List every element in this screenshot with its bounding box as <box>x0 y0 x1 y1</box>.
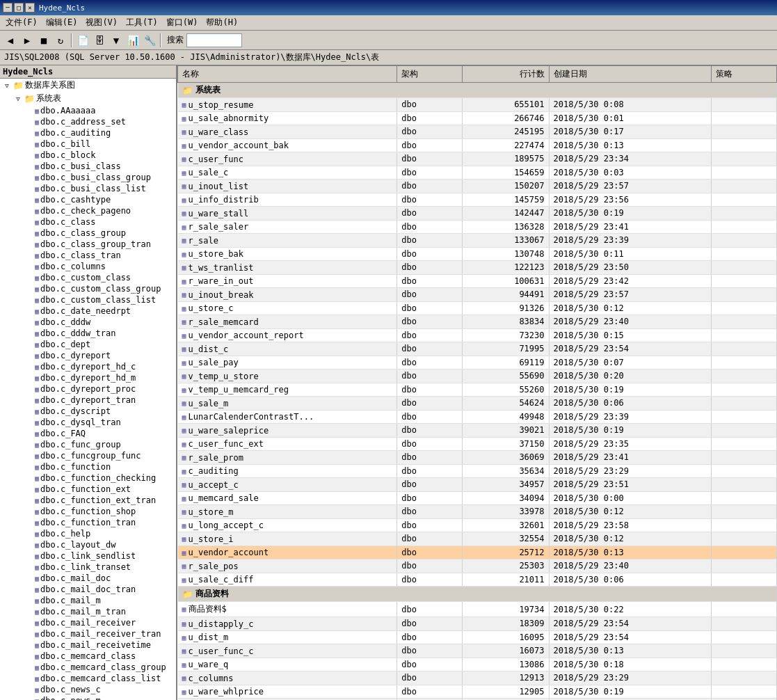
table-row[interactable]: ▦u_ware_qdbo130862018/5/30 0:18 <box>178 658 777 671</box>
table-row[interactable]: ▦c_user_func_cdbo160732018/5/30 0:13 <box>178 644 777 658</box>
col-header-name[interactable]: 名称 <box>178 66 397 83</box>
tree-item[interactable]: ▦dbo.c_funcgroup_func <box>0 450 176 461</box>
table-row[interactable]: ▦u_dist_mdbo160952018/5/29 23:54 <box>178 630 777 644</box>
tree-item[interactable]: ▦dbo.c_mail_doc <box>0 573 176 584</box>
system-folder-expand[interactable]: ▽ <box>13 93 24 104</box>
refresh-button[interactable]: ↻ <box>53 33 68 48</box>
menu-help[interactable]: 帮助(H) <box>202 15 242 30</box>
col-header-schema[interactable]: 架构 <box>397 66 463 83</box>
table-row[interactable]: ▦u_memcard_saledbo340942018/5/30 0:00 <box>178 491 777 505</box>
tree-root[interactable]: ▽ 📁 数据库关系图 <box>0 79 176 92</box>
tree-item[interactable]: ▦dbo.c_dyreport_hd_c <box>0 361 176 372</box>
tree-item[interactable]: ▦dbo.c_cashtype <box>0 194 176 205</box>
tree-system-folder[interactable]: ▽ 📁 系统表 <box>0 92 176 105</box>
table-row[interactable]: ▦u_distapply_cdbo183092018/5/29 23:54 <box>178 617 777 631</box>
tree-item[interactable]: ▦dbo.c_function_tran <box>0 517 176 528</box>
col-header-policy[interactable]: 策略 <box>712 66 777 83</box>
table-row[interactable]: ▦u_vendor_account_bakdbo2274742018/5/30 … <box>178 138 777 152</box>
tree-item[interactable]: ▦dbo.c_class_tran <box>0 250 176 261</box>
menu-file[interactable]: 文件(F) <box>1 15 42 30</box>
maximize-button[interactable]: □ <box>14 3 24 13</box>
tree-item[interactable]: ▦dbo.c_address_set <box>0 116 176 127</box>
table-row[interactable]: ▦r_ware_in_outdbo1006312018/5/29 23:42 <box>178 274 777 288</box>
tree-item[interactable]: ▦dbo.c_bill <box>0 138 176 150</box>
tree-item[interactable]: ▦dbo.c_class_group <box>0 228 176 239</box>
table-row[interactable]: ▦u_inout_listdbo1502072018/5/29 23:57 <box>178 180 777 193</box>
minimize-button[interactable]: ─ <box>3 3 13 13</box>
menu-tools[interactable]: 工具(T) <box>122 15 162 30</box>
table-row[interactable]: ▦LunarCalenderContrastT...dbo499482018/5… <box>178 410 777 424</box>
tree-item[interactable]: ▦dbo.c_news_c <box>0 684 176 695</box>
table-row[interactable]: ▦c_user_func_extdbo371502018/5/29 23:35 <box>178 437 777 451</box>
table-row[interactable]: ▦u_inout_breakdbo944912018/5/29 23:57 <box>178 288 777 302</box>
tree-item[interactable]: ▦dbo.c_busi_class_list <box>0 183 176 194</box>
table-row[interactable]: ▦r_sale_salerdbo1363282018/5/29 23:41 <box>178 220 777 234</box>
tree-item[interactable]: ▦dbo.c_dysql_tran <box>0 417 176 428</box>
table-row[interactable]: ▦u_store_idbo325542018/5/30 0:12 <box>178 532 777 546</box>
tree-item[interactable]: ▦dbo.c_columns <box>0 261 176 272</box>
tree-item[interactable]: ▦dbo.c_busi_class <box>0 161 176 172</box>
tree-item[interactable]: ▦dbo.c_mail_receiver <box>0 617 176 628</box>
tree-item[interactable]: ▦dbo.c_block <box>0 150 176 161</box>
tree-item[interactable]: ▦dbo.c_function_ext_tran <box>0 495 176 506</box>
stop-button[interactable]: ■ <box>36 33 51 48</box>
table-row[interactable]: ▦u_sale_paydbo691192018/5/30 0:07 <box>178 356 777 369</box>
menu-edit[interactable]: 编辑(E) <box>42 15 82 30</box>
tree-item[interactable]: ▦dbo.c_mail_receiver_tran <box>0 628 176 639</box>
tree-item[interactable]: ▦dbo.c_mail_m <box>0 595 176 606</box>
tree-item[interactable]: ▦dbo.c_function_shop <box>0 506 176 517</box>
table-row[interactable]: ▦c_user_funcdbo1895752018/5/29 23:34 <box>178 152 777 166</box>
table-row[interactable]: ▦u_ware_classdbo2451952018/5/30 0:17 <box>178 125 777 139</box>
tree-item[interactable]: ▦dbo.c_dddw <box>0 317 176 328</box>
table-row[interactable]: ▦u_dist_cdbo719952018/5/29 23:54 <box>178 342 777 356</box>
tree-item[interactable]: ▦dbo.c_mail_receivetime <box>0 639 176 651</box>
title-bar-buttons[interactable]: ─ □ ✕ <box>3 3 35 13</box>
tree-item[interactable]: ▦dbo.c_class <box>0 216 176 228</box>
menu-window[interactable]: 窗口(W) <box>162 15 202 30</box>
table-row[interactable]: ▦v_temp_u_storedbo556902018/5/30 0:20 <box>178 369 777 383</box>
tree-item[interactable]: ▦dbo.c_dyreport_tran <box>0 395 176 406</box>
table-row[interactable]: ▦u_store_bakdbo1307482018/5/30 0:11 <box>178 247 777 261</box>
toolbar-btn6[interactable]: 🔧 <box>142 33 157 48</box>
table-row[interactable]: ▦u_vendor_accountdbo257122018/5/30 0:13 <box>178 546 777 559</box>
tree-item[interactable]: ▦dbo.c_link_sendlist <box>0 550 176 562</box>
table-row[interactable]: ▦u_ware_salepricedbo390212018/5/30 0:19 <box>178 424 777 438</box>
table-row[interactable]: ▦r_sale_posdbo253032018/5/29 23:40 <box>178 559 777 573</box>
forward-button[interactable]: ▶ <box>19 33 35 48</box>
new-query-button[interactable]: 📄 <box>75 33 90 48</box>
table-row[interactable]: ▦u_ware_whlpricedbo129052018/5/30 0:19 <box>178 685 777 699</box>
table-row[interactable]: ▦商品资料$dbo197342018/5/30 0:22 <box>178 602 777 617</box>
tree-item[interactable]: ▦dbo.c_help <box>0 528 176 539</box>
tree-item[interactable]: ▦dbo.c_memcard_class <box>0 651 176 662</box>
tree-item[interactable]: ▦dbo.c_func_group <box>0 439 176 450</box>
tree-item[interactable]: ▦dbo.c_dyscript <box>0 406 176 417</box>
tree-item[interactable]: ▦dbo.c_dyreport_proc <box>0 383 176 395</box>
table-row[interactable]: ▦u_store_mdbo339782018/5/30 0:12 <box>178 505 777 519</box>
tree-item[interactable]: ▦dbo.c_check_pageno <box>0 205 176 216</box>
tree-item[interactable]: ▦dbo.c_auditing <box>0 127 176 138</box>
toolbar-btn5[interactable]: 📊 <box>125 33 141 48</box>
tree-item[interactable]: ▦dbo.c_mail_m_tran <box>0 606 176 617</box>
tree-item[interactable]: ▦dbo.c_dddw_tran <box>0 328 176 339</box>
tree-item[interactable]: ▦dbo.c_dept <box>0 339 176 350</box>
root-expand-icon[interactable]: ▽ <box>1 80 13 91</box>
table-row[interactable]: ▦c_auditingdbo356342018/5/29 23:29 <box>178 464 777 478</box>
tree-item[interactable]: ▦dbo.c_function_ext <box>0 484 176 495</box>
tree-item[interactable]: ▦dbo.c_custom_class_list <box>0 294 176 305</box>
table-row[interactable]: ▦u_ware_stalldbo1424472018/5/30 0:19 <box>178 207 777 221</box>
table-row[interactable]: ▦v_temp_u_memcard_regdbo552602018/5/30 0… <box>178 383 777 397</box>
table-row[interactable]: ▦u_sale_cdbo1546592018/5/30 0:03 <box>178 166 777 180</box>
table-row[interactable]: ▦c_columnsdbo129132018/5/29 23:29 <box>178 671 777 685</box>
table-row[interactable]: ▦u_sale_mdbo546242018/5/30 0:06 <box>178 397 777 411</box>
tree-item[interactable]: ▦dbo.c_memcard_class_list <box>0 673 176 684</box>
tree-item[interactable]: ▦dbo.c_link_transet <box>0 562 176 573</box>
tree-item[interactable]: ▦dbo.c_layout_dw <box>0 539 176 550</box>
table-row[interactable]: ▦u_long_accept_cdbo326012018/5/29 23:58 <box>178 518 777 532</box>
tree-item[interactable]: ▦dbo.c_mail_doc_tran <box>0 584 176 595</box>
filter-button[interactable]: ▼ <box>109 33 124 48</box>
table-row[interactable]: ▦u_info_distribdbo1457592018/5/29 23:56 <box>178 193 777 207</box>
col-header-created[interactable]: 创建日期 <box>549 66 712 83</box>
table-row[interactable]: ▦r_sale_memcarddbo838342018/5/29 23:40 <box>178 315 777 329</box>
close-button[interactable]: ✕ <box>25 3 35 13</box>
table-row[interactable]: ▦t_ws_tranlistdbo1221232018/5/29 23:50 <box>178 261 777 275</box>
